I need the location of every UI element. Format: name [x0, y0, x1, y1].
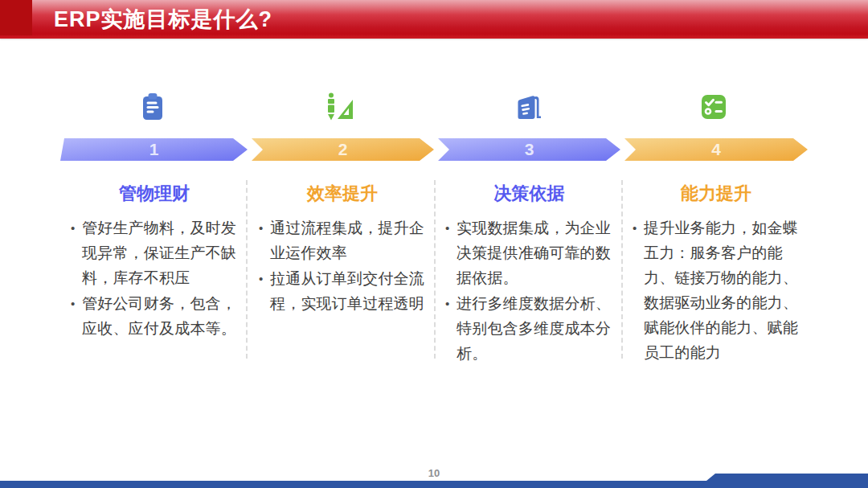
column-divider: [434, 180, 436, 359]
bullet-text: 管好公司财务，包含，应收、应付及成本等。: [82, 291, 246, 341]
bullet-list: • 提升业务能力，如金蝶五力：服务客户的能力、链接万物的能力、数据驱动业务的能力…: [624, 215, 808, 365]
pencil-ruler-icon: [321, 89, 356, 125]
bullet-icon: •: [257, 266, 270, 316]
list-item: • 拉通从订单到交付全流程，实现订单过程透明: [257, 266, 434, 316]
bullet-list: • 管好生产物料，及时发现异常，保证生产不缺料，库存不积压 • 管好公司财务，包…: [63, 215, 246, 341]
step-number-3: 3: [438, 138, 620, 161]
column-title: 能力提升: [624, 182, 808, 206]
list-item: • 管好公司财务，包含，应收、应付及成本等。: [69, 291, 246, 341]
bullet-text: 进行多维度数据分析、特别包含多维度成本分析。: [457, 291, 621, 366]
bullet-text: 拉通从订单到交付全流程，实现订单过程透明: [270, 266, 434, 316]
list-item: • 实现数据集成，为企业决策提供准确可靠的数据依据。: [444, 215, 621, 290]
bullet-text: 提升业务能力，如金蝶五力：服务客户的能力、链接万物的能力、数据驱动业务的能力、赋…: [644, 215, 808, 365]
bullet-icon: •: [631, 215, 644, 365]
bullet-list: • 实现数据集成，为企业决策提供准确可靠的数据依据。 • 进行多维度数据分析、特…: [437, 215, 621, 366]
column-title: 管物理财: [63, 182, 246, 206]
goal-column-4: 能力提升 • 提升业务能力，如金蝶五力：服务客户的能力、链接万物的能力、数据驱动…: [624, 178, 808, 366]
step-number-1: 1: [60, 138, 248, 161]
bullet-icon: •: [444, 215, 457, 290]
bullet-icon: •: [444, 291, 457, 366]
bullet-list: • 通过流程集成，提升企业运作效率 • 拉通从订单到交付全流程，实现订单过程透明: [251, 215, 434, 316]
goal-column-1: 管物理财 • 管好生产物料，及时发现异常，保证生产不缺料，库存不积压 • 管好公…: [63, 178, 246, 342]
list-item: • 管好生产物料，及时发现异常，保证生产不缺料，库存不积压: [69, 215, 246, 290]
bullet-text: 通过流程集成，提升企业运作效率: [270, 215, 434, 265]
clipboard-icon: [135, 89, 170, 125]
bullet-icon: •: [69, 215, 82, 290]
step-number-4: 4: [624, 138, 808, 161]
column-divider: [621, 180, 623, 359]
bullet-text: 实现数据集成，为企业决策提供准确可靠的数据依据。: [457, 215, 621, 290]
column-title: 效率提升: [251, 182, 434, 206]
checklist-icon: [696, 89, 731, 125]
footer-bar: [0, 470, 868, 488]
list-item: • 进行多维度数据分析、特别包含多维度成本分析。: [444, 291, 621, 366]
ledger-book-icon: [510, 89, 545, 125]
slide-title: ERP实施目标是什么?: [54, 0, 272, 39]
erp-goals-slide: ERP实施目标是什么?: [0, 0, 868, 488]
step-number-2: 2: [252, 138, 434, 161]
header-accent-block: [0, 0, 32, 35]
bullet-text: 管好生产物料，及时发现异常，保证生产不缺料，库存不积压: [82, 215, 246, 290]
bullet-icon: •: [69, 291, 82, 341]
goal-column-3: 决策依据 • 实现数据集成，为企业决策提供准确可靠的数据依据。 • 进行多维度数…: [437, 178, 621, 367]
bullet-icon: •: [257, 215, 270, 265]
list-item: • 通过流程集成，提升企业运作效率: [257, 215, 434, 265]
column-title: 决策依据: [437, 182, 621, 206]
column-divider: [246, 180, 248, 359]
list-item: • 提升业务能力，如金蝶五力：服务客户的能力、链接万物的能力、数据驱动业务的能力…: [631, 215, 808, 365]
goal-column-2: 效率提升 • 通过流程集成，提升企业运作效率 • 拉通从订单到交付全流程，实现订…: [251, 178, 434, 317]
